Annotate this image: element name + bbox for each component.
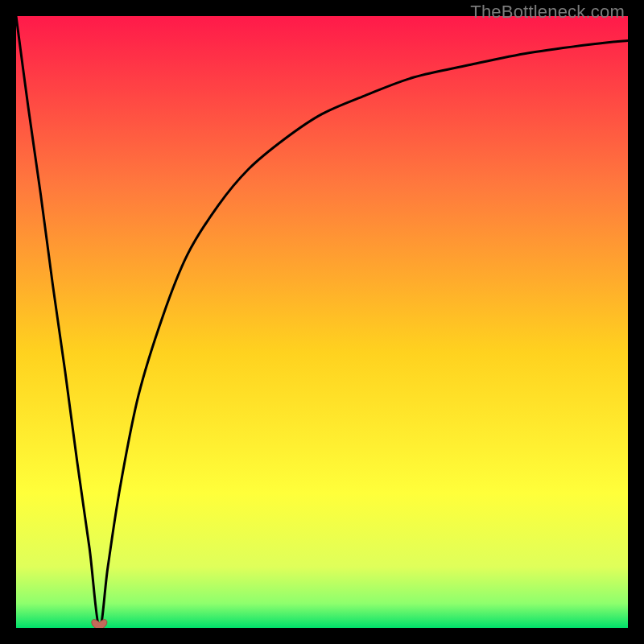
plot-area (16, 16, 628, 628)
gradient-background (16, 16, 628, 628)
plot-svg (16, 16, 628, 628)
plot-frame (16, 16, 628, 628)
watermark-text: TheBottleneck.com (470, 2, 625, 23)
